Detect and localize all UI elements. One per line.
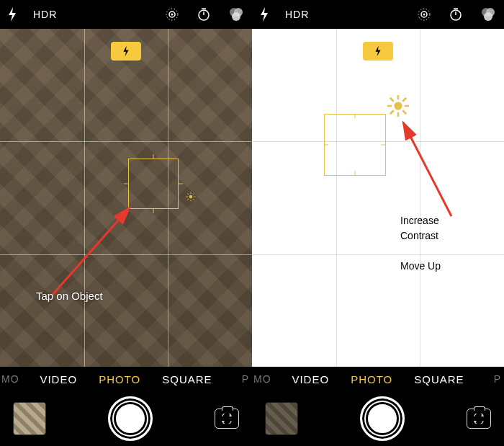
mode-video[interactable]: VIDEO (292, 373, 329, 385)
bolt-icon (374, 45, 382, 57)
switch-camera-button[interactable] (215, 409, 239, 429)
mode-video[interactable]: VIDEO (40, 373, 77, 385)
screenshot-left: HDR (0, 0, 252, 446)
mode-edge-left: MO (253, 373, 271, 385)
annotation-text: Tap on Object (36, 290, 103, 302)
svg-line-15 (193, 199, 194, 200)
hdr-toggle[interactable]: HDR (33, 9, 57, 20)
grid-overlay (252, 29, 504, 367)
svg-point-2 (171, 14, 174, 16)
shutter-button[interactable] (108, 396, 153, 441)
filters-icon[interactable] (480, 6, 497, 22)
svg-line-17 (193, 193, 194, 195)
switch-camera-icon (220, 414, 234, 424)
mode-edge-right: P (494, 373, 501, 385)
mode-selector[interactable]: MO VIDEO PHOTO SQUARE P (252, 367, 504, 391)
mode-square[interactable]: SQUARE (414, 373, 464, 385)
bottom-controls (0, 391, 252, 446)
svg-line-16 (187, 199, 189, 200)
svg-line-36 (402, 98, 406, 102)
last-photo-thumbnail[interactable] (265, 402, 298, 435)
viewfinder[interactable]: Increase Contrast Move Up (252, 29, 504, 367)
focus-indicator (324, 114, 386, 176)
svg-point-8 (232, 12, 240, 21)
grid-overlay (0, 29, 252, 367)
live-photo-icon[interactable] (416, 6, 432, 22)
svg-line-37 (403, 122, 451, 216)
svg-line-34 (402, 110, 406, 114)
switch-camera-button[interactable] (467, 409, 491, 429)
svg-line-14 (187, 193, 189, 195)
bottom-controls (252, 391, 504, 446)
mode-photo[interactable]: PHOTO (99, 373, 140, 385)
svg-line-33 (390, 98, 394, 102)
svg-point-21 (423, 14, 426, 16)
svg-point-27 (484, 12, 492, 21)
top-controls: HDR (252, 0, 504, 29)
flash-badge (111, 42, 141, 61)
flash-icon[interactable] (7, 7, 17, 22)
mode-square[interactable]: SQUARE (162, 373, 212, 385)
flash-icon[interactable] (259, 7, 269, 22)
timer-icon[interactable] (448, 6, 464, 22)
live-photo-icon[interactable] (164, 6, 180, 22)
top-controls: HDR (0, 0, 252, 29)
flash-badge (363, 42, 393, 61)
annotation-arrow (390, 115, 462, 223)
mode-edge-left: MO (1, 373, 19, 385)
annotation-arrow (45, 202, 138, 303)
viewfinder[interactable]: Tap on Object (0, 29, 252, 367)
switch-camera-icon (472, 414, 486, 424)
svg-point-28 (394, 102, 402, 110)
last-photo-thumbnail[interactable] (13, 402, 46, 435)
hdr-toggle[interactable]: HDR (285, 9, 309, 20)
screenshot-right: HDR (252, 0, 504, 446)
filters-icon[interactable] (228, 6, 245, 22)
svg-line-35 (390, 110, 394, 114)
mode-edge-right: P (242, 373, 249, 385)
annotation-text: Increase Contrast Move Up (400, 213, 441, 274)
bolt-icon (122, 45, 130, 57)
exposure-sun-icon[interactable] (186, 192, 196, 204)
mode-photo[interactable]: PHOTO (351, 373, 392, 385)
svg-line-18 (52, 208, 130, 295)
timer-icon[interactable] (196, 6, 212, 22)
svg-point-9 (189, 195, 193, 199)
shutter-button[interactable] (360, 396, 405, 441)
mode-selector[interactable]: MO VIDEO PHOTO SQUARE P (0, 367, 252, 391)
